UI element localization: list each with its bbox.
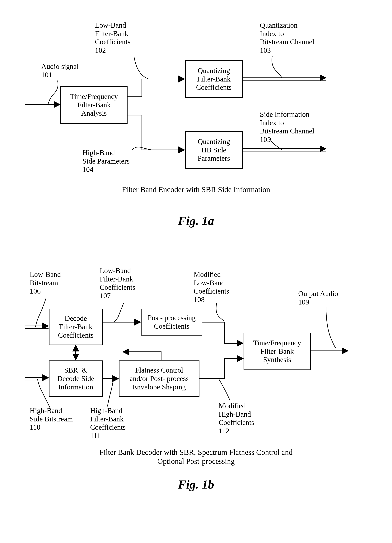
caption-fig1b: Filter Bank Decoder with SBR, Spectrum F… bbox=[0, 448, 392, 466]
block-quant-hb: Quantizing HB Side Parameters bbox=[185, 131, 243, 169]
label-quant-idx: Quantization Index to Bitstream Channel … bbox=[260, 21, 314, 55]
block-tf-analysis: Time/Frequency Filter-Bank Analysis bbox=[60, 86, 128, 124]
label-hb-fb-coefs: High-Band Filter-Bank Coefficients 111 bbox=[90, 407, 126, 440]
block-tf-synth: Time/Frequency Filter-Bank Synthesis bbox=[244, 333, 311, 370]
block-flatness: Flatness Control and/or Post- process En… bbox=[119, 361, 199, 397]
block-label: Time/Frequency Filter-Bank Analysis bbox=[70, 92, 118, 118]
label-hb-side-bs: High-Band Side Bitstream 110 bbox=[30, 407, 73, 432]
label-side-info: Side Information Index to Bitstream Chan… bbox=[260, 110, 314, 144]
block-label: SBR & Decode Side Information bbox=[57, 366, 94, 391]
block-decode-fb: Decode Filter-Bank Coefficients bbox=[49, 309, 102, 345]
label-lb-coefs: Low-Band Filter-Bank Coefficients 102 bbox=[95, 21, 131, 55]
label-audio-signal: Audio signal 101 bbox=[41, 62, 79, 79]
block-label: Time/Frequency Filter-Bank Synthesis bbox=[253, 339, 301, 364]
label-hb-params: High-Band Side Parameters 104 bbox=[82, 149, 130, 174]
block-label: Post- processing Coefficients bbox=[148, 314, 196, 330]
label-out-audio: Output Audio 109 bbox=[298, 289, 338, 306]
label-mod-lb-coefs: Modified Low-Band Coefficients 108 bbox=[194, 270, 229, 304]
figure-title-1a: Fig. 1a bbox=[0, 214, 392, 228]
block-post-proc: Post- processing Coefficients bbox=[141, 309, 202, 335]
block-sbr-decode: SBR & Decode Side Information bbox=[49, 361, 102, 397]
caption-fig1a: Filter Band Encoder with SBR Side Inform… bbox=[0, 185, 392, 194]
block-label: Quantizing Filter-Bank Coefficients bbox=[196, 67, 232, 92]
figure-title-1b: Fig. 1b bbox=[0, 477, 392, 492]
block-quant-fb: Quantizing Filter-Bank Coefficients bbox=[185, 60, 243, 98]
block-label: Flatness Control and/or Post- process En… bbox=[130, 366, 189, 391]
label-mod-hb-coefs: Modified High-Band Coefficients 112 bbox=[219, 402, 254, 435]
block-label: Decode Filter-Bank Coefficients bbox=[58, 314, 93, 339]
label-lb-fb-coefs: Low-Band Filter-Bank Coefficients 107 bbox=[100, 266, 135, 300]
block-label: Quantizing HB Side Parameters bbox=[198, 137, 230, 163]
label-lb-bitstream: Low-Band Bitstream 106 bbox=[30, 270, 61, 295]
